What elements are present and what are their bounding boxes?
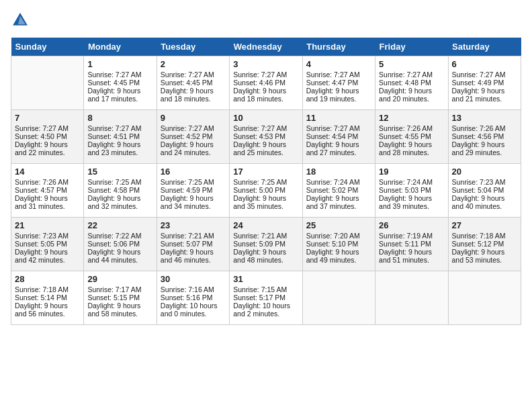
sunset-text: Sunset: 4:59 PM — [161, 186, 213, 194]
day-number: 23 — [161, 220, 226, 230]
page-header — [11, 11, 521, 30]
calendar-cell: 10 Sunrise: 7:27 AM Sunset: 4:53 PM Dayl… — [230, 110, 302, 164]
day-number: 15 — [87, 167, 152, 177]
sunrise-text: Sunrise: 7:16 AM — [161, 285, 214, 293]
daylight-text: Daylight: 9 hours and 28 minutes. — [379, 140, 432, 156]
calendar-cell: 27 Sunrise: 7:18 AM Sunset: 5:12 PM Dayl… — [448, 218, 521, 271]
calendar-cell: 4 Sunrise: 7:27 AM Sunset: 4:47 PM Dayli… — [302, 56, 375, 110]
calendar-cell: 1 Sunrise: 7:27 AM Sunset: 4:45 PM Dayli… — [84, 56, 157, 110]
sunrise-text: Sunrise: 7:27 AM — [306, 71, 360, 79]
daylight-text: Daylight: 9 hours and 39 minutes. — [379, 194, 432, 210]
daylight-text: Daylight: 9 hours and 32 minutes. — [87, 194, 140, 210]
daylight-text: Daylight: 9 hours and 25 minutes. — [233, 140, 286, 156]
sunset-text: Sunset: 4:52 PM — [161, 132, 213, 140]
daylight-text: Daylight: 9 hours and 40 minutes. — [452, 194, 505, 210]
day-number: 4 — [306, 59, 371, 69]
calendar-cell: 12 Sunrise: 7:26 AM Sunset: 4:55 PM Dayl… — [375, 110, 448, 164]
calendar-cell: 30 Sunrise: 7:16 AM Sunset: 5:16 PM Dayl… — [157, 271, 229, 325]
calendar-cell — [448, 271, 521, 325]
daylight-text: Daylight: 10 hours and 2 minutes. — [233, 302, 290, 318]
day-number: 26 — [379, 220, 444, 230]
daylight-text: Daylight: 9 hours and 21 minutes. — [452, 87, 505, 103]
calendar-cell: 6 Sunrise: 7:27 AM Sunset: 4:49 PM Dayli… — [448, 56, 521, 110]
day-number: 24 — [233, 220, 298, 230]
sunrise-text: Sunrise: 7:20 AM — [306, 232, 360, 240]
sunrise-text: Sunrise: 7:27 AM — [161, 71, 214, 79]
calendar-week-1: 1 Sunrise: 7:27 AM Sunset: 4:45 PM Dayli… — [11, 56, 521, 110]
calendar-cell: 29 Sunrise: 7:17 AM Sunset: 5:15 PM Dayl… — [84, 271, 157, 325]
sunrise-text: Sunrise: 7:25 AM — [233, 178, 287, 186]
sunset-text: Sunset: 5:04 PM — [452, 186, 504, 194]
calendar-week-4: 21 Sunrise: 7:23 AM Sunset: 5:05 PM Dayl… — [11, 218, 521, 271]
calendar-cell: 21 Sunrise: 7:23 AM Sunset: 5:05 PM Dayl… — [11, 218, 84, 271]
daylight-text: Daylight: 9 hours and 27 minutes. — [306, 140, 359, 156]
calendar-week-3: 14 Sunrise: 7:26 AM Sunset: 4:57 PM Dayl… — [11, 164, 521, 218]
sunrise-text: Sunrise: 7:18 AM — [452, 232, 506, 240]
calendar-cell: 28 Sunrise: 7:18 AM Sunset: 5:14 PM Dayl… — [11, 271, 84, 325]
sunrise-text: Sunrise: 7:26 AM — [15, 178, 69, 186]
col-header-sunday: Sunday — [11, 38, 84, 56]
calendar-cell: 2 Sunrise: 7:27 AM Sunset: 4:45 PM Dayli… — [157, 56, 229, 110]
day-number: 19 — [379, 167, 444, 177]
sunrise-text: Sunrise: 7:25 AM — [87, 178, 141, 186]
sunset-text: Sunset: 5:11 PM — [379, 240, 431, 248]
sunset-text: Sunset: 5:16 PM — [161, 293, 213, 302]
day-number: 17 — [233, 167, 298, 177]
sunrise-text: Sunrise: 7:27 AM — [379, 71, 433, 79]
calendar-table: SundayMondayTuesdayWednesdayThursdayFrid… — [11, 38, 521, 325]
sunrise-text: Sunrise: 7:15 AM — [233, 285, 287, 293]
calendar-cell: 3 Sunrise: 7:27 AM Sunset: 4:46 PM Dayli… — [230, 56, 302, 110]
daylight-text: Daylight: 9 hours and 56 minutes. — [15, 302, 68, 318]
day-number: 2 — [161, 59, 226, 69]
day-number: 28 — [15, 274, 80, 284]
daylight-text: Daylight: 9 hours and 51 minutes. — [379, 248, 432, 264]
sunset-text: Sunset: 5:10 PM — [306, 240, 359, 248]
day-number: 11 — [306, 113, 371, 123]
sunrise-text: Sunrise: 7:24 AM — [306, 178, 360, 186]
sunset-text: Sunset: 4:45 PM — [161, 79, 213, 87]
sunrise-text: Sunrise: 7:27 AM — [452, 71, 506, 79]
calendar-cell — [302, 271, 375, 325]
sunrise-text: Sunrise: 7:25 AM — [161, 178, 214, 186]
sunset-text: Sunset: 4:54 PM — [306, 132, 359, 140]
calendar-week-2: 7 Sunrise: 7:27 AM Sunset: 4:50 PM Dayli… — [11, 110, 521, 164]
sunset-text: Sunset: 4:58 PM — [87, 186, 140, 194]
col-header-friday: Friday — [375, 38, 448, 56]
day-number: 25 — [306, 220, 371, 230]
sunrise-text: Sunrise: 7:18 AM — [15, 285, 69, 293]
sunset-text: Sunset: 5:15 PM — [87, 293, 140, 302]
sunset-text: Sunset: 5:02 PM — [306, 186, 359, 194]
sunset-text: Sunset: 4:51 PM — [87, 132, 140, 140]
calendar-cell: 14 Sunrise: 7:26 AM Sunset: 4:57 PM Dayl… — [11, 164, 84, 218]
day-number: 14 — [15, 167, 80, 177]
calendar-cell: 22 Sunrise: 7:22 AM Sunset: 5:06 PM Dayl… — [84, 218, 157, 271]
sunrise-text: Sunrise: 7:26 AM — [379, 124, 433, 132]
day-number: 3 — [233, 59, 298, 69]
logo-icon — [11, 11, 30, 30]
sunrise-text: Sunrise: 7:23 AM — [15, 232, 69, 240]
day-number: 29 — [87, 274, 152, 284]
calendar-week-5: 28 Sunrise: 7:18 AM Sunset: 5:14 PM Dayl… — [11, 271, 521, 325]
day-number: 7 — [15, 113, 80, 123]
sunset-text: Sunset: 4:47 PM — [306, 79, 359, 87]
calendar-cell: 24 Sunrise: 7:21 AM Sunset: 5:09 PM Dayl… — [230, 218, 302, 271]
calendar-cell: 16 Sunrise: 7:25 AM Sunset: 4:59 PM Dayl… — [157, 164, 229, 218]
sunrise-text: Sunrise: 7:21 AM — [233, 232, 287, 240]
day-number: 6 — [452, 59, 517, 69]
calendar-cell: 19 Sunrise: 7:24 AM Sunset: 5:03 PM Dayl… — [375, 164, 448, 218]
daylight-text: Daylight: 9 hours and 46 minutes. — [161, 248, 214, 264]
sunset-text: Sunset: 5:17 PM — [233, 293, 285, 302]
daylight-text: Daylight: 9 hours and 29 minutes. — [452, 140, 505, 156]
daylight-text: Daylight: 9 hours and 31 minutes. — [15, 194, 68, 210]
daylight-text: Daylight: 9 hours and 18 minutes. — [161, 87, 214, 103]
daylight-text: Daylight: 9 hours and 24 minutes. — [161, 140, 214, 156]
daylight-text: Daylight: 9 hours and 53 minutes. — [452, 248, 505, 264]
calendar-cell: 8 Sunrise: 7:27 AM Sunset: 4:51 PM Dayli… — [84, 110, 157, 164]
sunset-text: Sunset: 5:00 PM — [233, 186, 285, 194]
sunset-text: Sunset: 4:45 PM — [87, 79, 140, 87]
sunset-text: Sunset: 5:09 PM — [233, 240, 285, 248]
calendar-cell: 5 Sunrise: 7:27 AM Sunset: 4:48 PM Dayli… — [375, 56, 448, 110]
sunrise-text: Sunrise: 7:27 AM — [233, 124, 287, 132]
sunrise-text: Sunrise: 7:27 AM — [233, 71, 287, 79]
day-number: 18 — [306, 167, 371, 177]
